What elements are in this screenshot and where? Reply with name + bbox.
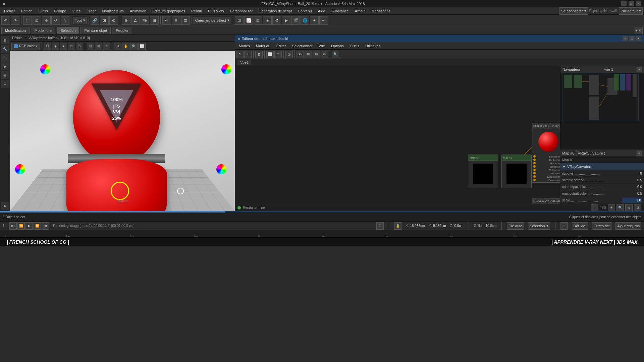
workspace-dropdown[interactable]: Par défaut ▾ — [619, 7, 643, 15]
menu-editeurs-graphiques[interactable]: Editeurs graphiques — [150, 8, 188, 14]
vp-display-mode[interactable]: ☐ — [44, 43, 51, 50]
menu-edition[interactable]: Edition — [18, 8, 35, 14]
vp-shade-mode[interactable]: ■ — [60, 43, 67, 50]
prop-close-button[interactable]: × — [637, 150, 642, 156]
sidebar-expand[interactable]: ▶ — [1, 202, 9, 210]
angle-snap-button[interactable]: ∠ — [131, 16, 140, 25]
move-button[interactable]: ✛ — [42, 16, 51, 25]
mat-maximize-button[interactable]: □ — [629, 36, 635, 41]
mode-peupler[interactable]: Peupler — [112, 27, 132, 34]
mat-search-bottom[interactable]: 🔍 — [616, 204, 624, 212]
mat-frame-all[interactable]: ⬜ — [266, 51, 274, 58]
sidebar-hierarchy[interactable]: ⊞ — [1, 54, 9, 62]
add-filter-button[interactable]: + — [560, 222, 568, 230]
mat-editor-controls[interactable]: – □ × — [623, 36, 641, 41]
mat-menu-editer[interactable]: Editer — [274, 43, 289, 49]
playback-first[interactable]: ⏮ — [9, 222, 17, 230]
mat-more2[interactable]: ⊙ — [321, 51, 328, 58]
mat-more1[interactable]: ⊡ — [313, 51, 320, 58]
navigator-view[interactable] — [560, 73, 644, 149]
mode-modelisation[interactable]: Modélisation — [1, 27, 30, 34]
vp-render-mode[interactable]: ◈ — [52, 43, 59, 50]
render-setup-button[interactable]: ⚙ — [272, 16, 281, 25]
scale-button[interactable]: ⤡ — [61, 16, 69, 25]
node-map-1[interactable]: Map #1 — [468, 155, 498, 188]
sidebar-create[interactable]: ⊕ — [1, 36, 9, 44]
bind-button[interactable]: ⊙ — [109, 16, 118, 25]
menu-modificateurs[interactable]: Modificateurs — [99, 8, 126, 14]
mat-menu-vue[interactable]: Vue — [316, 43, 328, 49]
mat-select-button[interactable]: ↖ — [236, 51, 244, 58]
lock-button[interactable]: 🔒 — [394, 222, 401, 230]
mat-delete-button[interactable]: 🗑 — [255, 51, 263, 58]
select-button[interactable]: ⬚ — [23, 16, 32, 25]
menu-rendu[interactable]: Rendu — [189, 8, 205, 14]
mat-menu-outils[interactable]: Outils — [347, 43, 362, 49]
schematic-button[interactable]: ⊠ — [254, 16, 262, 25]
snap-button[interactable]: ⊕ — [122, 16, 130, 25]
filters-dropdown[interactable]: Filtres de: — [592, 222, 611, 230]
menu-generation-script[interactable]: Génération de script — [256, 8, 294, 14]
unlink-button[interactable]: ⊠ — [100, 16, 109, 25]
maximize-button[interactable]: □ — [629, 1, 634, 6]
mat-zoom-out[interactable]: – — [591, 204, 598, 212]
sidebar-motion[interactable]: ▶ — [1, 62, 9, 70]
vp-show-safe[interactable]: ⊡ — [87, 43, 94, 50]
menu-contenu[interactable]: Contenu — [295, 8, 315, 14]
add-tag-dropdown[interactable]: Ajout étiq. tps — [615, 222, 641, 230]
mat-options[interactable]: ⚙ — [297, 51, 304, 58]
sidebar-display[interactable]: ◎ — [1, 71, 9, 79]
viewport-content[interactable]: 100% |FS CG| 25% — [10, 51, 235, 211]
playback-last[interactable]: ⏭ — [42, 222, 49, 230]
mat-editor-button[interactable]: ◈ — [263, 16, 272, 25]
mat-move-button[interactable]: ✛ — [244, 51, 252, 58]
menu-creer[interactable]: Créer — [84, 8, 99, 14]
menu-megascans[interactable]: Megascans — [369, 8, 393, 14]
selection-dropdown[interactable]: Sélection ▾ — [528, 222, 550, 230]
mat-zoom-in[interactable]: + — [608, 204, 615, 212]
select-all-dropdown[interactable]: Tout ▾ — [73, 17, 87, 24]
mat-home[interactable]: ⌂ — [625, 204, 633, 212]
vp-orbit[interactable]: ↺ — [114, 43, 121, 50]
color-mode-dropdown[interactable]: RGB color ▾ — [11, 43, 40, 50]
spinner-snap-button[interactable]: ⊞ — [150, 16, 159, 25]
window-controls[interactable]: – □ × — [621, 1, 641, 6]
menu-outils[interactable]: Outils — [36, 8, 51, 14]
curve-editor-button[interactable]: 📈 — [244, 16, 253, 25]
mat-menu-materiau[interactable]: Matériau — [253, 43, 273, 49]
render-frame-button[interactable]: 🎬 — [291, 16, 300, 25]
render-button[interactable]: ▶ — [282, 16, 290, 25]
menu-arnold[interactable]: Arnold — [352, 8, 368, 14]
mat-minimize-button[interactable]: – — [623, 36, 628, 41]
render-checkbox[interactable]: ☐ — [376, 222, 384, 230]
mode-selection[interactable]: Sélection — [57, 27, 79, 34]
mat-hide-unused[interactable]: ◎ — [285, 51, 293, 58]
vp-zoom[interactable]: 🔍 — [130, 43, 138, 50]
populate-options[interactable]: + ▾ — [634, 27, 643, 34]
link-button[interactable]: 🔗 — [91, 16, 99, 25]
select-region-button[interactable]: ⊡ — [33, 16, 41, 25]
mat-view-tab-label[interactable]: Vue1 — [237, 60, 251, 65]
effects-button[interactable]: ✦ — [310, 16, 319, 25]
mat-layout[interactable]: ⊞ — [305, 51, 312, 58]
set-def-dropdown[interactable]: Déf. de: — [572, 222, 588, 230]
percent-snap-button[interactable]: % — [141, 16, 149, 25]
vp-show-grid[interactable]: ⊞ — [95, 43, 102, 50]
menu-substance[interactable]: Substance — [329, 8, 352, 14]
vp-pan[interactable]: ✋ — [122, 43, 129, 50]
playback-play[interactable]: ▶ — [25, 222, 33, 230]
create-selection-set[interactable]: Créer jeu de sélect ▾ — [194, 17, 231, 24]
navigator-close-button[interactable]: × — [637, 67, 642, 72]
menu-civil-view[interactable]: Civil View — [205, 8, 226, 14]
sidebar-utilities[interactable]: ⚙ — [1, 80, 9, 88]
menu-groupe[interactable]: Groupe — [51, 8, 69, 14]
mirror-button[interactable]: ⇔ — [162, 16, 171, 25]
vp-wire-mode[interactable]: □ — [68, 43, 75, 50]
mat-menu-options[interactable]: Options — [328, 43, 346, 49]
vp-show-stats[interactable]: ≡ — [103, 43, 110, 50]
minimize-button[interactable]: – — [621, 1, 627, 6]
layer-button[interactable]: ≣ — [181, 16, 190, 25]
undo-button[interactable]: ↶ — [1, 16, 10, 25]
sidebar-modify[interactable]: 🔧 — [1, 45, 9, 53]
vp-maximize[interactable]: ⬜ — [138, 43, 146, 50]
